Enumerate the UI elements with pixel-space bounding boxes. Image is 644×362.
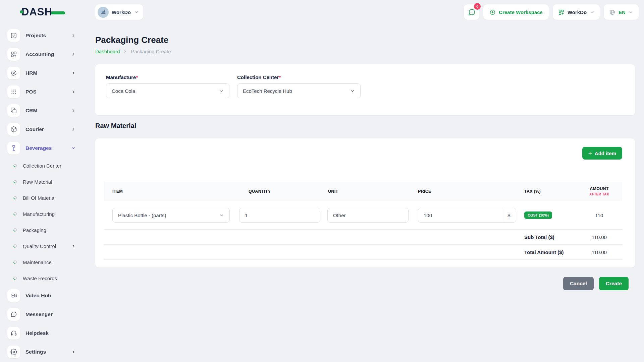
- chevron-right-icon: [123, 49, 127, 54]
- top-bar-actions: 0 Create Workspace WorkDo EN: [464, 4, 644, 20]
- chevron-down-icon: [590, 10, 594, 14]
- packaging-form-card: Manufacture* Coca Cola Collection Center…: [95, 64, 635, 115]
- sidebar-subitem-raw-material[interactable]: Raw Material: [0, 174, 87, 190]
- collection-center-select[interactable]: EcoTech Recycle Hub: [237, 83, 361, 98]
- total-amount-value: 110.00: [578, 249, 621, 255]
- sidebar-subitem-maintenance[interactable]: Maintenance: [0, 254, 87, 270]
- items-table-header: ITEM QUANTITY UNIT PRICE TAX (%) AMOUNT …: [104, 182, 622, 201]
- language-selector[interactable]: EN: [604, 4, 639, 20]
- company-menu[interactable]: WorkDo: [553, 4, 600, 20]
- chevron-right-icon: [71, 350, 76, 354]
- required-asterisk: *: [136, 74, 138, 80]
- user-scan-icon: [7, 67, 20, 79]
- chevron-down-icon: [134, 10, 139, 14]
- wine-glass-icon: [7, 142, 20, 155]
- chat-bubble-icon: [468, 8, 476, 16]
- manufacture-select[interactable]: Coca Cola: [106, 83, 229, 98]
- sidebar-item-messenger[interactable]: Messenger: [0, 305, 87, 324]
- bullet-icon: [13, 163, 17, 168]
- create-button[interactable]: Create: [599, 277, 629, 290]
- required-asterisk: *: [279, 74, 281, 80]
- col-header-price: PRICE: [418, 189, 524, 194]
- item-select[interactable]: Plastic Bottle - (parts): [112, 208, 230, 223]
- check-square-icon: [7, 29, 20, 42]
- sub-total-label: Sub Total ($): [524, 234, 578, 240]
- sidebar-item-hrm[interactable]: HRM: [0, 64, 87, 82]
- bullet-icon: [13, 260, 17, 264]
- bullet-icon: [13, 212, 17, 216]
- app-logo[interactable]: DASH: [0, 6, 87, 18]
- chevron-right-icon: [71, 108, 76, 113]
- sidebar-item-helpdesk[interactable]: Helpdesk: [0, 324, 87, 343]
- price-input[interactable]: [418, 208, 502, 222]
- manufacture-selected-value: Coca Cola: [112, 88, 135, 94]
- tax-badge: CGST (10%): [524, 212, 552, 219]
- sidebar-subitem-collection-center[interactable]: Collection Center: [0, 158, 87, 174]
- sidebar-item-crm[interactable]: CRM: [0, 101, 87, 120]
- breadcrumb-dashboard-link[interactable]: Dashboard: [95, 49, 120, 54]
- sidebar-subitem-waste-records[interactable]: Waste Records: [0, 270, 87, 286]
- top-bar: DASH WorkDo 0 Create Workspace: [0, 0, 644, 24]
- globe-icon: [609, 9, 615, 15]
- workspace-selector[interactable]: WorkDo: [95, 4, 143, 20]
- breadcrumb-current: Packaging Create: [131, 49, 171, 54]
- bullet-icon: [13, 179, 17, 184]
- chevron-right-icon: [71, 33, 76, 38]
- item-selected-value: Plastic Bottle - (parts): [118, 213, 166, 218]
- col-header-unit: UNIT: [327, 189, 418, 194]
- chevron-down-icon: [350, 88, 355, 94]
- sidebar-item-beverages[interactable]: Beverages: [0, 139, 87, 158]
- sidebar-item-settings[interactable]: Settings: [0, 343, 87, 361]
- language-code: EN: [619, 9, 626, 15]
- video-icon: [7, 289, 20, 302]
- chevron-down-icon: [629, 10, 633, 14]
- unit-input[interactable]: [327, 208, 409, 223]
- bullet-icon: [13, 195, 17, 200]
- chevron-down-icon: [219, 88, 224, 94]
- sidebar-item-video-hub[interactable]: Video Hub: [0, 286, 87, 305]
- building-icon: [100, 9, 106, 15]
- currency-suffix: $: [502, 208, 516, 222]
- dots-grid-icon: [7, 85, 20, 98]
- create-workspace-button[interactable]: Create Workspace: [483, 4, 549, 20]
- copy-icon: [7, 104, 20, 117]
- sidebar-item-courier[interactable]: Courier: [0, 120, 87, 139]
- raw-material-card: + Add item ITEM QUANTITY UNIT PRICE TAX …: [95, 138, 635, 267]
- messages-button[interactable]: 0: [464, 4, 479, 20]
- chevron-right-icon: [71, 89, 76, 94]
- logo-text: DASH: [21, 6, 52, 18]
- message-icon: [7, 308, 20, 321]
- total-amount-label: Total Amount ($): [524, 249, 578, 255]
- manufacture-field: Manufacture* Coca Cola: [106, 74, 229, 105]
- sidebar-subitem-quality-control[interactable]: Quality Control: [0, 238, 87, 254]
- table-row: Plastic Bottle - (parts) $ CGST (10%) 11…: [104, 201, 622, 230]
- cancel-button[interactable]: Cancel: [563, 277, 594, 290]
- breadcrumb: Dashboard Packaging Create: [95, 49, 635, 54]
- bullet-icon: [13, 244, 17, 248]
- sub-total-row: Sub Total ($) 110.00: [104, 230, 622, 245]
- sidebar-subitem-packaging[interactable]: Packaging: [0, 222, 87, 238]
- plus-icon: +: [588, 150, 592, 157]
- col-header-amount: AMOUNT AFTER TAX: [578, 186, 621, 197]
- workspace-avatar: [98, 7, 109, 18]
- collection-center-field: Collection Center* EcoTech Recycle Hub: [237, 74, 361, 105]
- sidebar-subitem-manufacturing[interactable]: Manufacturing: [0, 206, 87, 222]
- sidebar-item-projects[interactable]: Projects: [0, 26, 87, 45]
- grid-plus-icon: [558, 9, 565, 15]
- row-amount: 110: [578, 213, 621, 218]
- manufacture-label: Manufacture: [106, 74, 136, 80]
- price-input-group: $: [418, 208, 516, 223]
- sidebar-subitem-bill-of-material[interactable]: Bill Of Material: [0, 190, 87, 206]
- quantity-input[interactable]: [239, 208, 320, 223]
- workspace-name: WorkDo: [112, 9, 131, 15]
- form-actions: Cancel Create: [95, 277, 635, 290]
- total-amount-row: Total Amount ($) 110.00: [104, 245, 622, 260]
- logo-dot: [20, 10, 23, 13]
- add-item-button[interactable]: + Add item: [582, 147, 622, 160]
- col-header-item: ITEM: [104, 189, 239, 194]
- col-header-tax: TAX (%): [524, 189, 578, 194]
- sidebar-item-accounting[interactable]: Accounting: [0, 45, 87, 64]
- chevron-right-icon: [71, 71, 76, 75]
- bullet-icon: [13, 228, 17, 232]
- sidebar-item-pos[interactable]: POS: [0, 82, 87, 101]
